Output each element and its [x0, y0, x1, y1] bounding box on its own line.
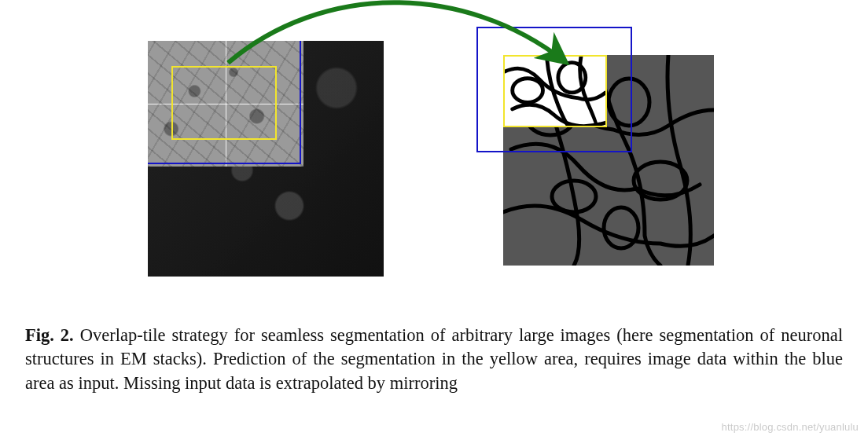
- page-root: Fig. 2. Overlap-tile strategy for seamle…: [0, 0, 868, 436]
- yellow-prediction-box: [171, 66, 277, 140]
- figure-2: Fig. 2. Overlap-tile strategy for seamle…: [0, 0, 868, 436]
- watermark: https://blog.csdn.net/yuanlulu: [722, 421, 859, 433]
- input-em-image: [148, 41, 384, 277]
- figure-label: Fig. 2.: [25, 325, 74, 345]
- figure-caption-text: Overlap-tile strategy for seamless segme…: [25, 325, 843, 393]
- segmentation-map: [503, 55, 714, 266]
- yellow-prediction-box: [503, 55, 607, 127]
- figure-caption: Fig. 2. Overlap-tile strategy for seamle…: [25, 324, 843, 395]
